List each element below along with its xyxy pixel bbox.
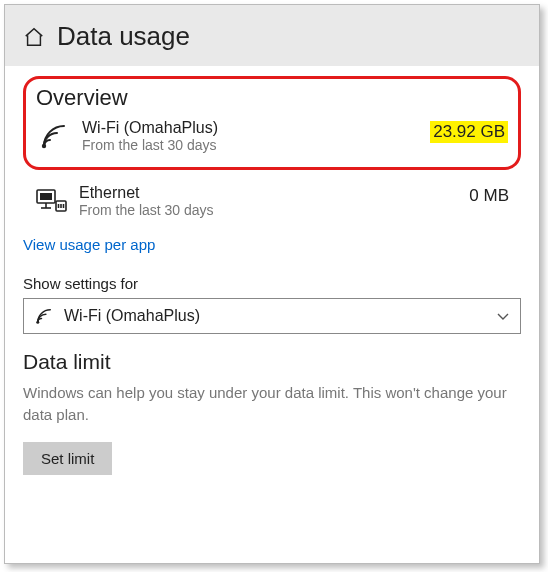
- dropdown-selected-text: Wi-Fi (OmahaPlus): [64, 307, 486, 325]
- show-settings-for-label: Show settings for: [23, 275, 521, 292]
- data-limit-description: Windows can help you stay under your dat…: [23, 382, 521, 426]
- data-limit-title: Data limit: [23, 350, 521, 374]
- show-settings-for-dropdown[interactable]: Wi-Fi (OmahaPlus): [23, 298, 521, 334]
- wifi-icon: [34, 307, 54, 325]
- svg-rect-2: [40, 193, 52, 200]
- ethernet-icon: [35, 187, 67, 215]
- overview-highlight-box: Overview Wi-Fi (OmahaPlus) From the last…: [23, 76, 521, 170]
- chevron-down-icon: [496, 309, 510, 323]
- svg-point-9: [36, 321, 39, 324]
- svg-point-0: [42, 144, 46, 148]
- content-area: Overview Wi-Fi (OmahaPlus) From the last…: [5, 66, 539, 563]
- network-name: Ethernet: [79, 184, 457, 202]
- page-title: Data usage: [57, 21, 190, 52]
- network-row-ethernet: Ethernet From the last 30 days 0 MB: [23, 180, 521, 222]
- wifi-icon: [38, 122, 70, 150]
- network-row-wifi: Wi-Fi (OmahaPlus) From the last 30 days …: [36, 115, 508, 157]
- settings-window: Data usage Overview Wi-Fi (OmahaPlus) Fr…: [4, 4, 540, 564]
- network-name: Wi-Fi (OmahaPlus): [82, 119, 418, 137]
- network-subtext: From the last 30 days: [79, 202, 457, 218]
- overview-title: Overview: [36, 85, 508, 111]
- network-amount-highlighted: 23.92 GB: [430, 121, 508, 143]
- network-info: Wi-Fi (OmahaPlus) From the last 30 days: [82, 119, 418, 153]
- page-header: Data usage: [5, 5, 539, 66]
- view-usage-per-app-link[interactable]: View usage per app: [23, 236, 155, 253]
- set-limit-button[interactable]: Set limit: [23, 442, 112, 475]
- network-info: Ethernet From the last 30 days: [79, 184, 457, 218]
- network-amount: 0 MB: [469, 186, 509, 206]
- home-icon: [23, 26, 45, 48]
- network-subtext: From the last 30 days: [82, 137, 418, 153]
